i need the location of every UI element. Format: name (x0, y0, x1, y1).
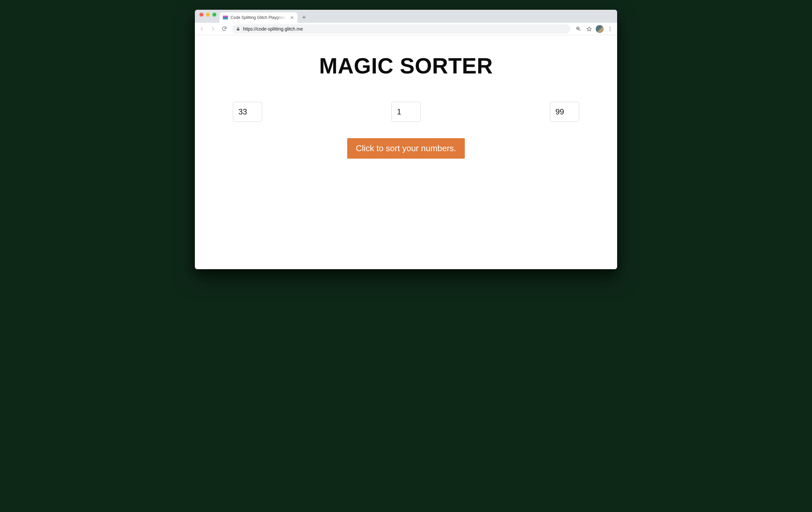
address-bar[interactable]: https://code-splitting.glitch.me (232, 24, 570, 33)
page-title: MAGIC SORTER (319, 53, 493, 78)
svg-point-7 (610, 30, 611, 31)
number-input-3[interactable] (550, 102, 579, 122)
zoom-button[interactable] (574, 24, 583, 33)
number-input-1[interactable] (233, 102, 262, 122)
window-minimize-button[interactable] (206, 13, 210, 17)
lock-icon (236, 27, 240, 31)
svg-rect-0 (223, 16, 228, 17)
url-text: https://code-splitting.glitch.me (243, 26, 567, 31)
tab-favicon (223, 15, 228, 20)
bookmark-button[interactable] (585, 24, 594, 33)
sort-button[interactable]: Click to sort your numbers. (347, 138, 464, 159)
profile-avatar[interactable] (596, 25, 604, 33)
svg-rect-1 (223, 17, 228, 18)
svg-point-5 (610, 27, 611, 28)
back-button[interactable] (198, 24, 207, 33)
page-viewport: MAGIC SORTER Click to sort your numbers. (195, 35, 617, 269)
window-maximize-button[interactable] (212, 13, 216, 17)
forward-button[interactable] (208, 24, 218, 33)
tab-close-button[interactable] (290, 15, 294, 20)
browser-tab[interactable]: Code Splitting Glitch Playground (220, 12, 297, 23)
window-close-button[interactable] (199, 13, 203, 17)
tab-strip: Code Splitting Glitch Playground (195, 10, 617, 23)
reload-button[interactable] (220, 24, 229, 33)
number-inputs-row (233, 102, 579, 122)
menu-button[interactable] (605, 24, 614, 33)
window-controls (198, 10, 220, 23)
svg-point-6 (610, 28, 611, 29)
tab-title: Code Splitting Glitch Playground (231, 15, 287, 20)
svg-rect-3 (237, 29, 239, 30)
browser-toolbar: https://code-splitting.glitch.me (195, 23, 617, 35)
browser-window: Code Splitting Glitch Playground https:/… (195, 10, 617, 269)
new-tab-button[interactable] (299, 13, 309, 22)
svg-rect-2 (223, 18, 228, 20)
number-input-2[interactable] (392, 102, 420, 122)
